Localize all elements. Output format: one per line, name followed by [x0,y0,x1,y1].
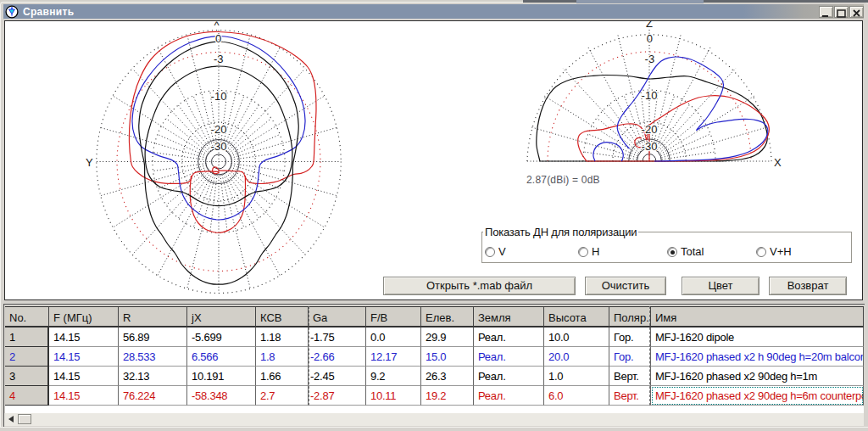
svg-text:0: 0 [215,32,221,45]
svg-text:-30: -30 [211,140,227,153]
svg-text:X: X [774,156,782,169]
svg-text:0: 0 [647,32,653,45]
svg-text:-20: -20 [211,123,227,136]
svg-text:^: ^ [214,20,220,31]
svg-text:-3: -3 [214,53,224,65]
svg-text:-30: -30 [642,140,658,153]
svg-text:-20: -20 [642,123,658,136]
svg-text:-10: -10 [211,90,227,103]
svg-text:-10: -10 [642,89,658,102]
svg-text:-3: -3 [645,53,655,65]
svg-text:2.87(dBi) = 0dB: 2.87(dBi) = 0dB [526,174,600,186]
svg-text:Y: Y [86,156,93,169]
svg-text:Z: Z [646,20,653,30]
